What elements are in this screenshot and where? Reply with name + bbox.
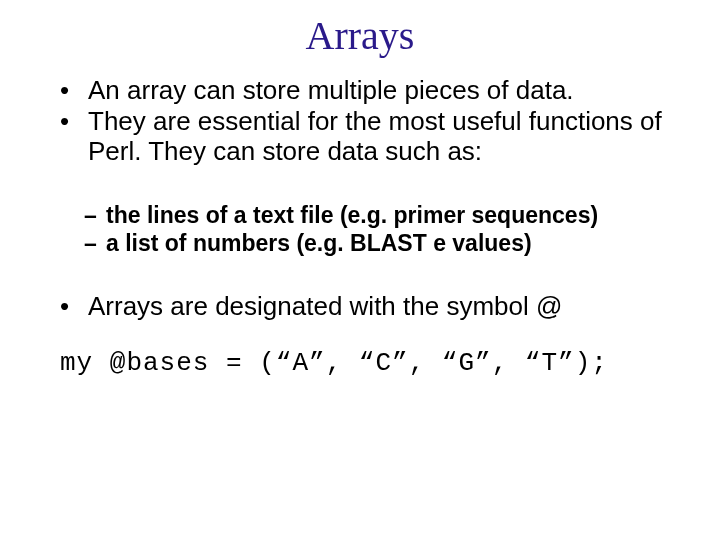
bullet-list: An array can store multiple pieces of da… (48, 75, 672, 167)
bullet-text: Arrays are designated with the symbol @ (88, 291, 562, 321)
bullet-item: An array can store multiple pieces of da… (60, 75, 672, 106)
spacer (48, 167, 672, 201)
sub-bullet-list: the lines of a text file (e.g. primer se… (48, 201, 672, 257)
code-example: my @bases = (“A”, “C”, “G”, “T”); (48, 348, 672, 378)
bullet-item: Arrays are designated with the symbol @ (60, 291, 672, 322)
slide-title: Arrays (48, 12, 672, 59)
spacer (48, 322, 672, 348)
bullet-text: They are essential for the most useful f… (88, 106, 662, 167)
spacer (48, 257, 672, 291)
sub-bullet-item: a list of numbers (e.g. BLAST e values) (84, 229, 672, 257)
sub-bullet-text: a list of numbers (e.g. BLAST e values) (106, 230, 532, 256)
bullet-list-2: Arrays are designated with the symbol @ (48, 291, 672, 322)
bullet-text: An array can store multiple pieces of da… (88, 75, 574, 105)
sub-bullet-text: the lines of a text file (e.g. primer se… (106, 202, 598, 228)
sub-bullet-item: the lines of a text file (e.g. primer se… (84, 201, 672, 229)
bullet-item: They are essential for the most useful f… (60, 106, 672, 167)
slide: Arrays An array can store multiple piece… (0, 0, 720, 540)
